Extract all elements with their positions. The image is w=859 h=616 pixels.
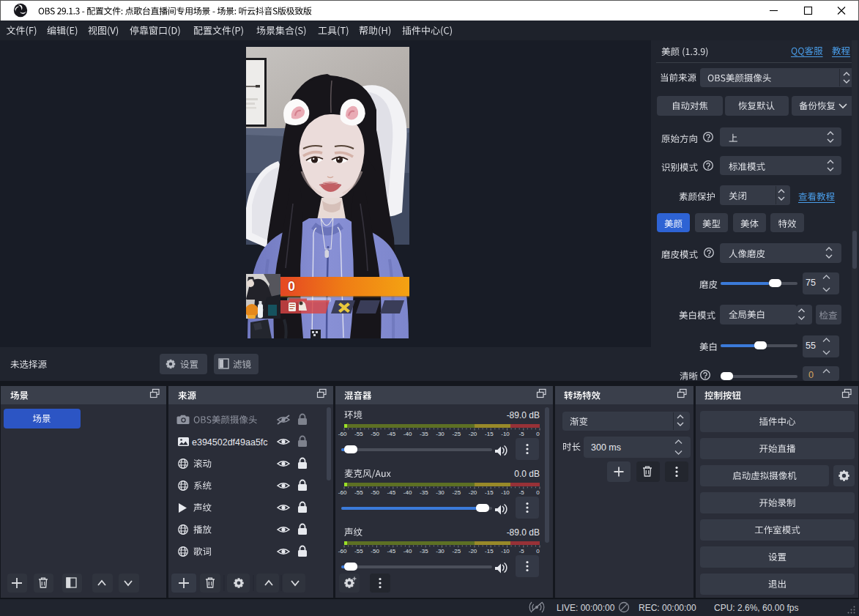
svg-text:0: 0 [288,279,295,294]
